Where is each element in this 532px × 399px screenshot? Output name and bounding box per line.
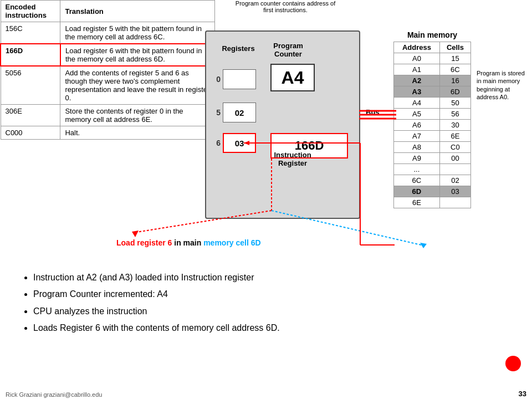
table-code: 306E — [1, 105, 60, 126]
mm-address: 6E — [394, 197, 440, 208]
bus-label: Bus — [366, 108, 380, 116]
table-code: 166D — [1, 44, 60, 66]
mm-address: A3 — [394, 86, 440, 98]
mm-cell: 56 — [439, 109, 470, 120]
mm-cell: 6C — [439, 64, 470, 75]
annotation-part1: Load register 6 — [116, 238, 172, 247]
mm-cell — [439, 197, 470, 208]
table-translation: Load register 6 with the bit pattern fou… — [60, 44, 214, 66]
register-row-6: 6 03 — [209, 133, 256, 153]
mm-cell — [439, 164, 470, 175]
table-code: C000 — [1, 126, 60, 140]
footer: Rick Graziani graziani@cabrillo.edu — [6, 391, 102, 398]
mm-cell: 50 — [439, 98, 470, 109]
reg-index-5: 5 — [209, 108, 221, 117]
instruction-register-label: InstructionRegister — [270, 151, 315, 167]
mm-col-address: Address — [394, 42, 440, 53]
pc-note: Program counter contains address of firs… — [230, 0, 341, 13]
mm-address: A4 — [394, 98, 440, 109]
svg-marker-5 — [132, 231, 139, 237]
table-translation: Add the contents of register 5 and 6 as … — [60, 66, 214, 105]
list-item: Program Counter incremented: A4 — [33, 288, 504, 300]
table-code: 156C — [1, 22, 60, 44]
mm-address: 6D — [394, 186, 440, 197]
mm-address: A2 — [394, 75, 440, 86]
register-row-0: 0 — [209, 69, 256, 89]
mm-cell: 30 — [439, 120, 470, 131]
mm-address: A8 — [394, 142, 440, 153]
table-translation: Load register 5 with the bit pattern fou… — [60, 22, 214, 44]
mm-address: A6 — [394, 120, 440, 131]
table-translation: Store the contents of register 0 in the … — [60, 105, 214, 126]
reg-index-6: 6 — [209, 139, 221, 147]
table-translation: Halt. — [60, 126, 214, 140]
annotation: Load register 6 in main memory cell 6D — [116, 238, 261, 247]
instruction-table: Encoded instructions Translation 156CLoa… — [0, 0, 215, 140]
mm-cell: 02 — [439, 175, 470, 186]
cpu-box — [205, 30, 360, 219]
mm-address: A5 — [394, 109, 440, 120]
list-item: Loads Register 6 with the contents of me… — [33, 322, 504, 334]
register-row-5: 5 02 — [209, 103, 256, 122]
mm-address: A9 — [394, 153, 440, 164]
mm-cell: 16 — [439, 75, 470, 86]
mm-cell: C0 — [439, 142, 470, 153]
col-translation: Translation — [60, 1, 214, 22]
mm-address: A0 — [394, 53, 440, 64]
mm-address: ... — [394, 164, 440, 175]
reg-index-0: 0 — [209, 75, 221, 84]
bullets-list: Instruction at A2 (and A3) loaded into I… — [17, 272, 504, 335]
reg-cell-5: 02 — [223, 103, 256, 122]
annotation-part2: in main — [172, 238, 203, 247]
stored-note: Program is stored in main memory beginni… — [477, 69, 529, 101]
table-code: 5056 — [1, 66, 60, 105]
svg-marker-7 — [420, 243, 427, 248]
mm-address: A7 — [394, 131, 440, 142]
col-encoded: Encoded instructions — [1, 1, 60, 22]
red-dot — [505, 356, 521, 371]
registers-label: Registers — [219, 44, 258, 53]
list-item: CPU analyzes the instruction — [33, 305, 504, 318]
bullets-section: Instruction at A2 (and A3) loaded into I… — [17, 272, 504, 339]
main-memory: Main memory Address Cells A015A16CA216A3… — [393, 30, 471, 208]
memory-table: Address Cells A015A16CA216A36DA450A556A6… — [393, 42, 471, 208]
mm-address: A1 — [394, 64, 440, 75]
page-number: 33 — [519, 390, 526, 398]
program-counter-label: Program Counter — [266, 42, 310, 58]
mm-cell: 15 — [439, 53, 470, 64]
mm-col-cells: Cells — [439, 42, 470, 53]
mm-cell: 03 — [439, 186, 470, 197]
mm-cell: 6E — [439, 131, 470, 142]
annotation-part3: memory cell 6D — [203, 238, 261, 247]
reg-cell-6: 03 — [223, 133, 256, 153]
main-memory-title: Main memory — [393, 30, 471, 39]
mm-cell: 6D — [439, 86, 470, 98]
mm-cell: 00 — [439, 153, 470, 164]
program-counter-box: A4 — [270, 64, 315, 91]
reg-cell-0 — [223, 69, 256, 89]
mm-address: 6C — [394, 175, 440, 186]
list-item: Instruction at A2 (and A3) loaded into I… — [33, 272, 504, 284]
